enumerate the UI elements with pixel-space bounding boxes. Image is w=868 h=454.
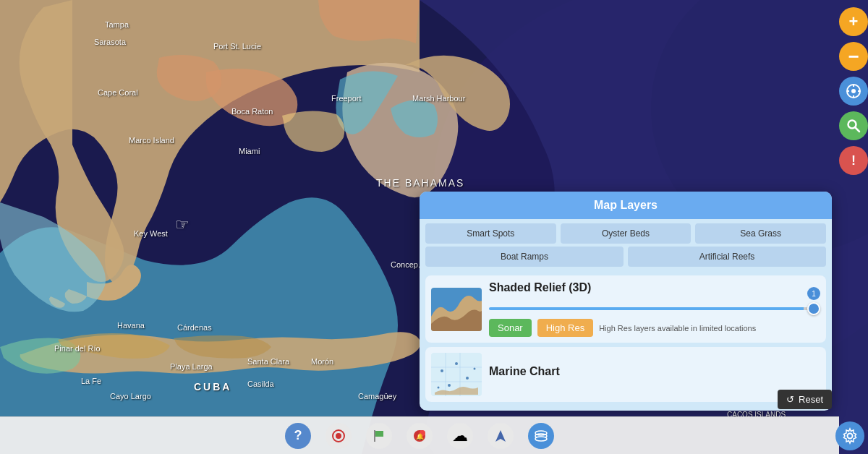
shaded-relief-details: Shaded Relief (3D) 1 Sonar High Res High… (489, 281, 820, 337)
layer-item-marine-chart: Marine Chart (425, 347, 826, 402)
sonar-button[interactable]: Sonar (489, 319, 532, 337)
reset-button[interactable]: ↺ Reset (778, 390, 832, 409)
svg-point-33 (535, 437, 547, 441)
svg-rect-25 (375, 431, 383, 437)
slider-container: 1 (489, 300, 820, 313)
panel-tabs-row2: Boat Ramps Artificial Reefs (420, 245, 832, 271)
highres-note: High Res layers available in limited loc… (599, 324, 756, 333)
panel-tabs-row1: Smart Spots Oyster Beds Sea Grass (420, 219, 832, 245)
zoom-in-button[interactable]: + (839, 7, 868, 36)
svg-point-24 (336, 433, 341, 439)
svg-point-11 (466, 377, 469, 380)
layer-buttons: Sonar High Res High Res layers available… (489, 319, 820, 337)
marine-chart-title: Marine Chart (489, 365, 820, 378)
tab-smart-spots[interactable]: Smart Spots (425, 223, 556, 244)
shaded-relief-thumbnail (431, 288, 482, 331)
panel-content: Shaded Relief (3D) 1 Sonar High Res High… (420, 271, 832, 411)
svg-point-12 (448, 384, 451, 387)
toolbar-navigate[interactable] (488, 423, 514, 449)
toolbar-flag[interactable] (366, 423, 392, 449)
svg-marker-30 (495, 430, 506, 442)
marine-chart-thumbnail (431, 353, 482, 396)
svg-line-22 (856, 128, 860, 132)
tab-boat-ramps[interactable]: Boat Ramps (425, 247, 624, 267)
svg-point-34 (848, 434, 853, 439)
svg-point-14 (438, 387, 440, 389)
bottom-toolbar: ? 🔔 ☁ (0, 416, 839, 454)
svg-point-10 (455, 362, 458, 365)
toolbar-layers[interactable] (528, 423, 554, 449)
slider-badge: 1 (807, 287, 820, 300)
settings-button[interactable] (835, 421, 864, 450)
toolbar-weather[interactable]: ☁ (447, 423, 473, 449)
reset-label: Reset (799, 394, 823, 405)
toolbar-track[interactable] (326, 423, 352, 449)
svg-point-13 (474, 368, 476, 370)
layer-item-shaded-relief: Shaded Relief (3D) 1 Sonar High Res High… (425, 275, 826, 343)
svg-rect-26 (374, 430, 375, 442)
map-layers-panel: Map Layers Smart Spots Oyster Beds Sea G… (420, 192, 832, 411)
reset-icon: ↺ (786, 394, 794, 405)
svg-text:🔔: 🔔 (416, 432, 425, 441)
svg-point-16 (851, 89, 856, 93)
alert-button[interactable]: ! (839, 146, 868, 175)
toolbar-alert2[interactable]: 🔔 (407, 423, 433, 449)
toolbar-help[interactable]: ? (285, 423, 311, 449)
search-map-button[interactable] (839, 111, 868, 140)
marine-chart-details: Marine Chart (489, 365, 820, 384)
location-button[interactable] (839, 77, 868, 106)
panel-title: Map Layers (594, 199, 658, 211)
tab-sea-grass[interactable]: Sea Grass (695, 223, 826, 244)
zoom-out-button[interactable]: − (839, 42, 868, 71)
shaded-relief-title: Shaded Relief (3D) (489, 281, 820, 294)
panel-header: Map Layers (420, 192, 832, 219)
opacity-slider[interactable] (489, 307, 820, 310)
svg-point-9 (441, 369, 443, 372)
tab-oyster-beds[interactable]: Oyster Beds (561, 223, 692, 244)
highres-button[interactable]: High Res (537, 319, 593, 337)
right-controls: + − ! (839, 0, 868, 454)
tab-artificial-reefs[interactable]: Artificial Reefs (628, 247, 826, 267)
